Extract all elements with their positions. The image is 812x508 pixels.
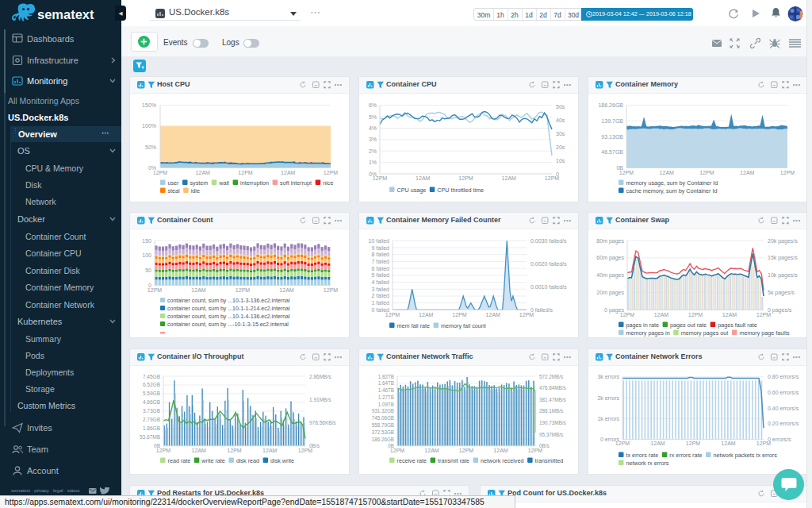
svg-text:nice: nice	[323, 179, 333, 187]
svg-text:network received: network received	[481, 457, 523, 464]
svg-text:container count, sum by ...10-: container count, sum by ...10-1-3-136.ec…	[167, 298, 290, 304]
svg-text:12PM: 12PM	[756, 312, 771, 318]
svg-text:memory page faults: memory page faults	[739, 329, 790, 337]
svg-text:10k pages/s: 10k pages/s	[768, 272, 798, 279]
svg-text:12AM: 12AM	[419, 312, 433, 318]
svg-text:user: user	[168, 179, 180, 187]
svg-text:20k pages/s: 20k pages/s	[768, 238, 798, 244]
svg-text:0 failed/s: 0 failed/s	[530, 307, 553, 313]
svg-text:2.86MB/s: 2.86MB/s	[309, 374, 331, 379]
svg-text:3 failed: 3 failed	[371, 287, 389, 292]
svg-text:12PM: 12PM	[227, 448, 241, 453]
svg-text:3.73GB: 3.73GB	[143, 408, 160, 414]
svg-text:12AM: 12AM	[721, 441, 735, 446]
svg-text:12PM: 12PM	[324, 170, 338, 175]
svg-text:1.46TB: 1.46TB	[378, 387, 394, 393]
svg-text:1.86GB: 1.86GB	[143, 425, 160, 431]
svg-text:6.52GB: 6.52GB	[143, 382, 160, 387]
svg-text:12AM: 12AM	[502, 175, 516, 181]
svg-text:100: 100	[142, 252, 151, 258]
svg-text:12PM: 12PM	[324, 287, 338, 293]
svg-text:978.56KB/s: 978.56KB/s	[309, 420, 336, 425]
svg-text:12PM: 12PM	[615, 441, 630, 446]
svg-text:5k pages/s: 5k pages/s	[768, 290, 795, 296]
svg-text:9 failed: 9 failed	[371, 245, 389, 251]
svg-text:0.0030 failed/s: 0.0030 failed/s	[530, 238, 567, 244]
svg-text:transmitted: transmitted	[535, 457, 564, 464]
svg-text:12AM: 12AM	[493, 448, 508, 453]
svg-text:2.79GB: 2.79GB	[143, 417, 160, 422]
svg-text:745.06GB: 745.06GB	[372, 415, 394, 421]
svg-text:0 pages/s: 0 pages/s	[768, 307, 792, 314]
svg-text:12PM: 12PM	[756, 441, 771, 446]
svg-text:12PM: 12PM	[238, 170, 252, 175]
svg-text:93.13GB: 93.13GB	[601, 134, 623, 140]
svg-text:80m pages: 80m pages	[596, 238, 624, 244]
svg-text:read rate: read rate	[168, 457, 191, 464]
svg-text:container count, sum by ...10-: container count, sum by ...10-1-4-136.ec…	[167, 314, 290, 320]
svg-text:6%: 6%	[369, 102, 377, 108]
svg-text:12PM: 12PM	[147, 287, 162, 293]
svg-text:4.66GB: 4.66GB	[143, 399, 160, 405]
svg-text:1%: 1%	[369, 160, 377, 165]
svg-text:12PM: 12PM	[620, 312, 634, 318]
svg-text:8 failed: 8 failed	[371, 252, 389, 257]
svg-text:40s: 40s	[556, 117, 565, 123]
svg-text:15k pages/s: 15k pages/s	[768, 255, 798, 261]
svg-text:100%: 100%	[142, 123, 156, 129]
svg-text:4%: 4%	[369, 125, 377, 131]
svg-text:1.91MB/s: 1.91MB/s	[309, 397, 331, 402]
svg-text:12AM: 12AM	[196, 170, 210, 175]
svg-text:476.84MB/s: 476.84MB/s	[539, 385, 566, 391]
svg-text:12PM: 12PM	[458, 175, 473, 181]
svg-text:pages in rate: pages in rate	[626, 321, 660, 329]
svg-text:wait: wait	[218, 179, 229, 187]
svg-text:transmit rate: transmit rate	[438, 457, 469, 464]
svg-text:0.0010 failed/s: 0.0010 failed/s	[530, 284, 567, 290]
svg-text:46.57GB: 46.57GB	[601, 149, 623, 155]
svg-text:steal: steal	[168, 187, 181, 194]
svg-text:5.59GB: 5.59GB	[143, 391, 160, 396]
svg-text:12AM: 12AM	[424, 448, 439, 453]
svg-text:60m pages: 60m pages	[596, 255, 624, 261]
svg-text:12PM: 12PM	[699, 170, 714, 175]
svg-text:12AM: 12AM	[416, 175, 430, 181]
svg-text:disk read: disk read	[236, 457, 259, 464]
svg-text:12PM: 12PM	[156, 448, 170, 453]
svg-text:cache memory, sum by Container: cache memory, sum by Container Id	[626, 187, 718, 194]
svg-text:186.26GB: 186.26GB	[598, 102, 623, 108]
svg-text:150: 150	[142, 238, 151, 244]
svg-text:12PM: 12PM	[452, 312, 466, 318]
svg-text:memory pages out: memory pages out	[681, 329, 729, 337]
svg-text:10 failed: 10 failed	[369, 238, 390, 244]
svg-text:receive rate: receive rate	[397, 457, 427, 464]
svg-text:1k errors: 1k errors	[597, 416, 619, 421]
svg-text:12AM: 12AM	[654, 312, 668, 318]
svg-text:write rate: write rate	[201, 457, 225, 464]
svg-text:memory pages in: memory pages in	[626, 329, 670, 337]
svg-text:1 failed: 1 failed	[371, 300, 389, 306]
svg-text:rx errors rate: rx errors rate	[669, 452, 702, 459]
svg-text:12AM: 12AM	[722, 312, 737, 318]
svg-text:12AM: 12AM	[650, 441, 665, 446]
svg-text:2%: 2%	[369, 148, 377, 154]
svg-text:931.32GB: 931.32GB	[372, 408, 394, 414]
svg-text:sematext: sematext	[37, 7, 94, 21]
svg-text:12PM: 12PM	[619, 170, 634, 175]
svg-text:139.7GB: 139.7GB	[601, 118, 623, 124]
svg-text:372.53GB: 372.53GB	[372, 429, 394, 435]
svg-text:12PM: 12PM	[459, 448, 473, 453]
svg-text:0.0020 failed/s: 0.0020 failed/s	[530, 261, 567, 267]
svg-text:6 failed: 6 failed	[371, 266, 389, 271]
svg-text:12PM: 12PM	[385, 312, 400, 318]
svg-text:idle: idle	[191, 187, 200, 194]
svg-text:0.40 errors/s: 0.40 errors/s	[768, 406, 799, 411]
svg-text:12PM: 12PM	[686, 441, 700, 446]
svg-text:190.73MB/s: 190.73MB/s	[539, 420, 566, 425]
svg-text:12AM: 12AM	[191, 287, 205, 293]
svg-text:12AM: 12AM	[192, 448, 206, 453]
svg-text:2k errors: 2k errors	[597, 395, 619, 401]
svg-text:12PM: 12PM	[236, 287, 250, 293]
svg-text:12PM: 12PM	[545, 175, 559, 181]
svg-text:2 failed: 2 failed	[371, 293, 389, 298]
